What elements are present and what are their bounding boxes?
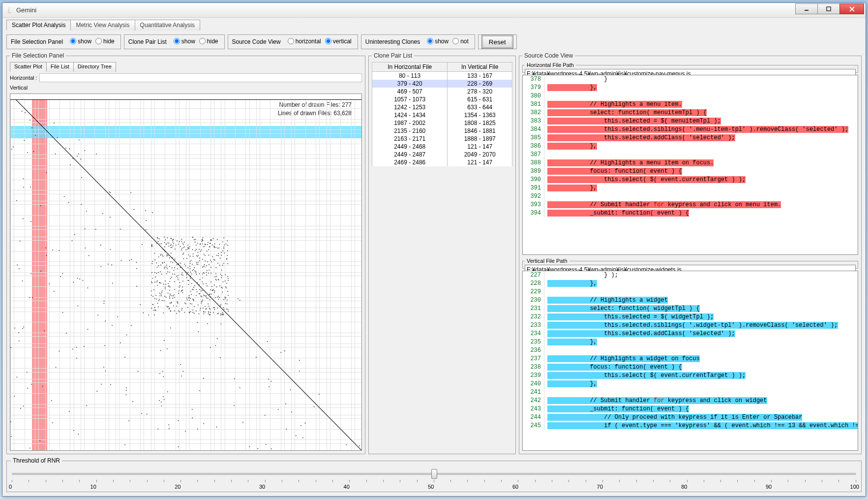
svg-rect-470: [165, 288, 165, 289]
radio-fs-show[interactable]: show: [70, 38, 91, 45]
svg-rect-641: [102, 213, 103, 214]
svg-rect-88: [158, 272, 158, 273]
svg-rect-394: [227, 291, 228, 291]
main-tab[interactable]: Quantitative Analysis: [135, 20, 200, 31]
option-clone-pair-label: Clone Pair List: [128, 38, 167, 45]
svg-rect-122: [177, 269, 178, 269]
svg-rect-642: [158, 429, 158, 429]
clone-pair-row[interactable]: 469 - 507278 - 320: [372, 88, 512, 95]
svg-rect-502: [207, 265, 207, 266]
svg-rect-669: [23, 218, 23, 219]
clone-pair-row[interactable]: 379 - 420228 - 269: [372, 80, 512, 88]
radio-sc-horizontal[interactable]: horizontal: [288, 38, 321, 45]
close-button[interactable]: [839, 3, 864, 14]
svg-rect-124: [203, 238, 203, 238]
clone-pair-row[interactable]: 2135 - 21601846 - 1881: [372, 127, 512, 135]
inner-tab[interactable]: Directory Tree: [73, 62, 116, 72]
svg-rect-626: [209, 294, 210, 294]
clone-pair-row[interactable]: 2449 - 24872049 - 2070: [372, 151, 512, 158]
svg-rect-646: [54, 291, 54, 291]
titlebar[interactable]: Gemini: [2, 3, 866, 18]
clone-pair-row[interactable]: 1242 - 1253633 - 644: [372, 103, 512, 111]
main-tab[interactable]: Scatter Plot Analysis: [6, 20, 71, 31]
svg-rect-536: [104, 301, 104, 301]
clone-pair-row[interactable]: 1424 - 14341354 - 1363: [372, 111, 512, 119]
clone-pair-row[interactable]: 2469 - 2486121 - 147: [372, 158, 512, 166]
clone-pair-row[interactable]: 2449 - 2468121 - 147: [372, 143, 512, 151]
radio-sc-vertical[interactable]: vertical: [325, 38, 352, 45]
svg-rect-488: [173, 239, 173, 240]
clone-pair-row[interactable]: 1987 - 20021808 - 1825: [372, 119, 512, 127]
svg-rect-275: [166, 306, 167, 306]
svg-rect-193: [186, 273, 187, 274]
svg-rect-158: [210, 240, 210, 240]
svg-rect-359: [195, 250, 195, 250]
clone-pair-row[interactable]: 80 - 113133 - 167: [372, 72, 512, 80]
svg-rect-535: [17, 265, 18, 265]
inner-tab[interactable]: File List: [46, 62, 74, 72]
reset-button[interactable]: Reset: [481, 35, 513, 49]
svg-rect-668: [346, 444, 347, 445]
svg-rect-697: [210, 347, 210, 347]
svg-rect-549: [30, 221, 31, 221]
svg-rect-484: [158, 256, 159, 257]
svg-rect-578: [76, 347, 77, 347]
clone-pair-row[interactable]: 1057 - 1073615 - 631: [372, 95, 512, 103]
svg-rect-112: [173, 243, 174, 244]
svg-rect-30: [196, 273, 196, 273]
minimize-button[interactable]: [795, 3, 818, 14]
svg-rect-427: [223, 313, 223, 314]
svg-rect-497: [206, 283, 206, 283]
svg-rect-405: [222, 314, 223, 315]
main-tab[interactable]: Metric View Analysis: [70, 20, 135, 31]
svg-rect-289: [211, 294, 211, 294]
svg-rect-696: [319, 394, 319, 394]
svg-rect-303: [223, 250, 223, 251]
radio-cp-hide[interactable]: hide: [199, 38, 218, 45]
radio-ui-show[interactable]: show: [427, 38, 449, 45]
svg-rect-463: [199, 313, 199, 314]
inner-tab[interactable]: Scatter Plot: [10, 62, 47, 72]
clone-pair-col-vertical[interactable]: In Vertical File: [448, 62, 512, 72]
svg-rect-564: [52, 250, 53, 250]
svg-rect-546: [68, 202, 69, 203]
svg-rect-384: [165, 287, 166, 287]
svg-rect-496: [228, 309, 228, 310]
svg-rect-195: [158, 241, 158, 242]
horizontal-path-value[interactable]: [39, 73, 362, 82]
svg-rect-120: [181, 250, 181, 250]
svg-rect-560: [40, 206, 41, 206]
svg-rect-12: [168, 293, 168, 293]
file-selection-panel: File Selection Panel Scatter PlotFile Li…: [6, 52, 365, 454]
svg-rect-224: [171, 303, 171, 303]
radio-fs-hide[interactable]: hide: [95, 38, 115, 45]
svg-rect-710: [46, 255, 47, 256]
svg-rect-265: [215, 273, 216, 274]
svg-rect-365: [159, 299, 159, 300]
clone-pair-table[interactable]: In Horizontal File In Vertical File 80 -…: [372, 62, 512, 166]
rnr-slider[interactable]: [12, 469, 856, 483]
rnr-slider-thumb[interactable]: [431, 469, 437, 479]
svg-rect-298: [172, 247, 172, 248]
svg-rect-379: [223, 238, 224, 238]
vertical-code-scroll[interactable]: 227 } );228 },229230 // Highlights a wid…: [523, 271, 858, 450]
svg-rect-644: [168, 243, 168, 243]
radio-ui-not[interactable]: not: [452, 38, 469, 45]
svg-rect-236: [190, 276, 191, 276]
radio-cp-show[interactable]: show: [174, 38, 195, 45]
vertical-file-path-group: Vertical File Path: [522, 258, 858, 269]
svg-rect-39: [161, 292, 162, 292]
clone-pair-col-horizontal[interactable]: In Horizontal File: [372, 62, 448, 72]
svg-rect-723: [199, 390, 200, 391]
clone-pair-row[interactable]: 2163 - 21711888 - 1897: [372, 135, 512, 143]
svg-rect-694: [96, 391, 97, 391]
maximize-button[interactable]: [817, 3, 840, 14]
horizontal-code-scroll[interactable]: 378 }379 },380381 // Highlights a menu i…: [523, 75, 858, 254]
scatter-plot[interactable]: Number of drawn Files: 277 Lines of draw…: [10, 94, 362, 451]
svg-rect-94: [160, 295, 160, 296]
svg-rect-577: [19, 341, 19, 341]
svg-rect-652: [25, 112, 25, 113]
svg-rect-640: [302, 437, 303, 438]
svg-rect-49: [206, 272, 207, 273]
code-line: 232 this.selected = $( widgetTpl );: [523, 313, 858, 321]
